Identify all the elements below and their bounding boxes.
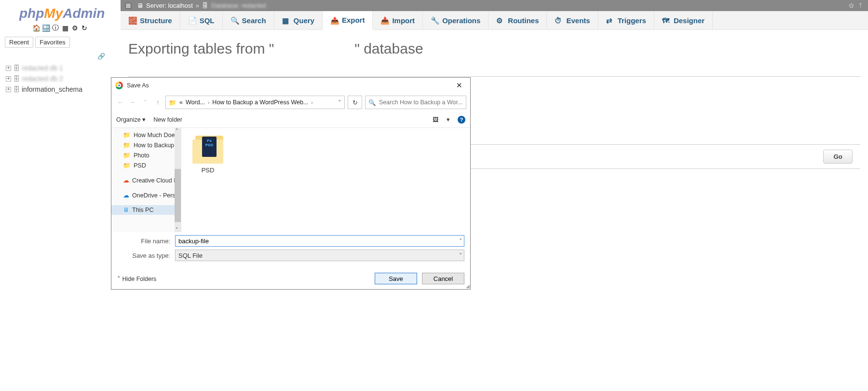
help-button[interactable]: ? xyxy=(458,116,465,124)
recent-locations-button[interactable]: ˅ xyxy=(140,99,150,106)
heading-post: " database xyxy=(354,41,423,56)
tree-item[interactable]: ☁Creative Cloud F xyxy=(111,175,181,185)
search-icon: 🔍 xyxy=(231,16,238,24)
pma-sidebar: phpMyAdmin 🏠 🔙 ⓘ ▦ ⚙ ↻ Recent Favorites … xyxy=(0,0,121,391)
dialog-nav: ← → ˅ ↑ 📁 « Word... › How to Backup a Wo… xyxy=(111,93,470,112)
docs-icon[interactable]: ⓘ xyxy=(52,24,59,32)
export-icon: 📤 xyxy=(330,16,338,24)
settings-gear-icon[interactable]: ✿ xyxy=(849,2,854,9)
tree-label: How to Backup xyxy=(134,142,174,149)
tree-item-this-pc[interactable]: 🖥This PC xyxy=(111,205,181,215)
database-icon: 🗄 xyxy=(13,64,20,72)
tree-item[interactable]: 📁How Much Doe xyxy=(111,130,181,140)
tab-events[interactable]: ⏱Events xyxy=(547,11,598,29)
tab-export[interactable]: 📤Export xyxy=(323,11,373,30)
address-bar[interactable]: 📁 « Word... › How to Backup a WordPress … xyxy=(165,96,345,109)
link-icon[interactable]: 🔗 xyxy=(2,53,119,60)
tree-item[interactable]: 📁Photo xyxy=(111,150,181,160)
favorites-button[interactable]: Favorites xyxy=(35,37,69,48)
cancel-button[interactable]: Cancel xyxy=(422,273,464,284)
tab-sql[interactable]: 📄SQL xyxy=(180,11,223,29)
home-icon[interactable]: 🏠 xyxy=(32,24,40,32)
collapse-toggle[interactable] xyxy=(125,3,131,9)
import-icon: 📥 xyxy=(380,16,388,24)
chevron-up-icon: ˄ xyxy=(117,276,121,282)
back-button[interactable]: ← xyxy=(115,99,125,106)
dialog-toolbar: Organize ▾ New folder 🖼 ▾ ? xyxy=(111,112,470,128)
go-button[interactable]: Go xyxy=(823,150,853,164)
server-label[interactable]: Server: localhost xyxy=(146,2,193,9)
recent-favorites: Recent Favorites xyxy=(5,37,116,48)
expand-icon[interactable]: + xyxy=(6,87,11,92)
db-name: redacted db 1 xyxy=(22,64,63,72)
collapse-up-icon[interactable]: ⤒ xyxy=(858,2,863,9)
tab-label: Events xyxy=(566,16,590,25)
recent-button[interactable]: Recent xyxy=(5,37,33,48)
folder-icon: 📁 xyxy=(123,141,131,149)
filename-input[interactable] xyxy=(175,235,464,247)
view-mode-button[interactable]: 🖼 xyxy=(433,116,439,123)
filename-label: File name: xyxy=(117,237,175,245)
database-icon: 🗄 xyxy=(13,85,20,93)
scrollbar-thumb[interactable] xyxy=(175,169,181,222)
save-button[interactable]: Save xyxy=(375,273,417,284)
tab-import[interactable]: 📥Import xyxy=(373,11,423,29)
chevron-down-icon[interactable]: ˅ xyxy=(338,99,341,106)
dialog-body: 📁How Much Doe 📁How to Backup 📁Photo 📁PSD… xyxy=(111,128,470,232)
logo-my: My xyxy=(44,6,63,21)
triggers-icon: ⇄ xyxy=(606,16,614,24)
resize-grip-icon[interactable]: ◢ xyxy=(466,284,470,289)
main-tabs: 🧱Structure 📄SQL 🔍Search ▦Query 📤Export 📥… xyxy=(121,11,868,30)
folder-icon: 📁 xyxy=(169,99,176,106)
search-input[interactable] xyxy=(379,99,463,106)
expand-icon[interactable]: + xyxy=(6,76,11,82)
crumb-lead: « xyxy=(179,99,183,106)
dialog-fields: File name: ˅ Save as type: SQL File ˅ xyxy=(111,232,470,267)
tab-structure[interactable]: 🧱Structure xyxy=(121,11,180,29)
breadcrumb-segment[interactable]: Word... xyxy=(186,99,205,106)
breadcrumb-segment[interactable]: How to Backup a WordPress Web... xyxy=(212,99,308,106)
tab-triggers[interactable]: ⇄Triggers xyxy=(598,11,654,29)
database-icon: 🗄 xyxy=(202,2,208,9)
chevron-right-icon[interactable]: › xyxy=(311,100,312,105)
expand-icon[interactable]: + xyxy=(6,66,11,71)
operations-icon: 🔧 xyxy=(431,16,438,24)
db-tree-item[interactable]: + 🗄 redacted db 1 xyxy=(2,63,119,73)
tree-item[interactable]: 📁PSD xyxy=(111,160,181,170)
tree-item[interactable]: ☁OneDrive - Perso xyxy=(111,190,181,200)
db-tree-item[interactable]: + 🗄 redacted db 2 xyxy=(2,73,119,84)
forward-button[interactable]: → xyxy=(128,99,137,106)
reload-icon[interactable]: ↻ xyxy=(81,24,88,32)
savetype-value: SQL File xyxy=(175,250,464,261)
tab-query[interactable]: ▦Query xyxy=(274,11,323,29)
sql-icon[interactable]: ▦ xyxy=(61,24,69,32)
tab-search[interactable]: 🔍Search xyxy=(223,11,274,29)
tab-designer[interactable]: 🗺Designer xyxy=(654,11,713,29)
settings-icon[interactable]: ⚙ xyxy=(71,24,79,32)
up-button[interactable]: ↑ xyxy=(153,99,163,106)
tree-item[interactable]: 📁How to Backup xyxy=(111,140,181,150)
server-db-label[interactable]: Database: redacted xyxy=(211,2,266,9)
tab-label: Designer xyxy=(674,16,705,25)
chevron-down-icon: ▾ xyxy=(142,116,146,123)
view-dropdown-button[interactable]: ▾ xyxy=(447,116,450,123)
tab-operations[interactable]: 🔧Operations xyxy=(423,11,488,29)
logout-icon[interactable]: 🔙 xyxy=(42,24,50,32)
tree-label: This PC xyxy=(132,207,153,213)
savetype-combo[interactable]: SQL File ˅ xyxy=(175,250,464,261)
close-button[interactable]: ✕ xyxy=(452,79,466,92)
folder-icon: 📁 xyxy=(123,152,131,159)
db-tree-item[interactable]: + 🗄 information_schema xyxy=(2,84,119,95)
chevron-icon: » xyxy=(196,2,199,9)
tab-label: Routines xyxy=(508,16,539,25)
refresh-button[interactable]: ↻ xyxy=(348,96,362,109)
hide-folders-toggle[interactable]: ˄ Hide Folders xyxy=(117,275,156,282)
tab-routines[interactable]: ⚙Routines xyxy=(488,11,547,29)
new-folder-button[interactable]: New folder xyxy=(153,116,182,123)
organize-menu[interactable]: Organize ▾ xyxy=(116,116,146,123)
search-box[interactable]: 🔍 xyxy=(365,96,466,109)
db-name: redacted db 2 xyxy=(22,75,63,83)
folder-item[interactable]: Ps PSD PSD xyxy=(186,133,230,174)
chevron-right-icon[interactable]: › xyxy=(208,100,209,105)
file-pane[interactable]: Ps PSD PSD xyxy=(181,128,470,232)
